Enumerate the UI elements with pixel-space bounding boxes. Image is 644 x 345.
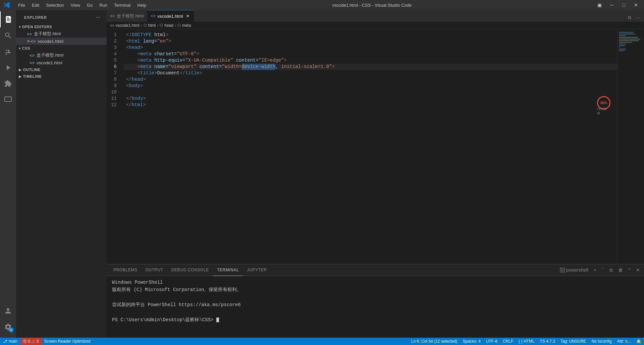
- extensions-activity-icon[interactable]: [0, 76, 16, 92]
- html-open: <: [126, 38, 129, 45]
- split-editor-btn[interactable]: ⧉: [627, 13, 633, 22]
- terminal-line-5: [112, 309, 639, 316]
- timeline-section-header[interactable]: ▶ TIMELINE: [16, 73, 107, 80]
- css-file-item-2[interactable]: <> vscode1.html: [16, 59, 107, 66]
- split-terminal-btn[interactable]: ⧉: [608, 266, 614, 274]
- maximize-button[interactable]: □: [619, 0, 629, 10]
- status-bar-right: Ln 6, Col 54 (12 selected) Spaces: 4 UTF…: [409, 338, 644, 345]
- source-control-activity-icon[interactable]: [0, 44, 16, 60]
- css-section-label: CSS: [22, 46, 30, 50]
- tsconfig-item[interactable]: No tsconfig: [589, 338, 614, 345]
- language-mode-item[interactable]: { } HTML: [516, 338, 537, 345]
- line-ending-item[interactable]: CRLF: [500, 338, 516, 345]
- screen-reader-item[interactable]: Screen Reader Optimized: [41, 338, 93, 345]
- open-editor-item-1[interactable]: <> 盒子模型.html: [16, 30, 107, 38]
- code-line-2: <html lang="en">: [123, 38, 617, 45]
- accounts-activity-icon[interactable]: [0, 303, 16, 319]
- menu-edit[interactable]: Edit: [29, 2, 42, 8]
- editor-container: 1 2 3 4 5 6 7 8 9 10 11 12 <!DOCTYPE h: [107, 29, 644, 264]
- git-status-item[interactable]: ⎇ main: [0, 338, 20, 345]
- breadcrumb-head[interactable]: ⬡ head: [160, 23, 173, 28]
- panel-tab-terminal[interactable]: TERMINAL: [213, 264, 243, 276]
- breadcrumb-meta[interactable]: ⬡ meta: [177, 23, 191, 28]
- cursor-position-label: Ln 6, Col 54 (12 selected): [411, 339, 457, 344]
- search-activity-icon[interactable]: [0, 27, 16, 44]
- encoding-item[interactable]: UTF-8: [483, 338, 500, 345]
- attr-status-label: Attr: k...: [617, 339, 631, 344]
- editor-area: <> 盒子模型.html <> vscode1.html ✕ ⧉ ⋯ <> vs…: [107, 10, 644, 338]
- breadcrumb-file[interactable]: <> vscode1.html: [110, 23, 140, 28]
- remote-explorer-activity-icon[interactable]: [0, 92, 16, 108]
- new-file-icon[interactable]: ⋯: [95, 14, 101, 21]
- menu-selection[interactable]: Selection: [43, 2, 66, 8]
- ts-version-item[interactable]: TS 4.7.3: [537, 338, 558, 345]
- panel-tab-debug-console[interactable]: DEBUG CONSOLE: [167, 264, 213, 276]
- ln-9: 9: [107, 83, 120, 89]
- notification-bell-item[interactable]: 🔔: [634, 338, 644, 345]
- add-terminal-btn[interactable]: +: [592, 266, 598, 274]
- outline-label: OUTLINE: [23, 68, 41, 72]
- powershell-label[interactable]: ⬛ powershell: [558, 266, 590, 274]
- outline-section-header[interactable]: ▶ OUTLINE: [16, 66, 107, 73]
- menu-file[interactable]: File: [15, 2, 28, 8]
- attr-status-item[interactable]: Attr: k...: [614, 338, 634, 345]
- more-actions-btn[interactable]: ⋯: [634, 14, 641, 22]
- tab-close-1[interactable]: ✕: [185, 13, 191, 19]
- open-editor-item-2[interactable]: ✕ <> vscode1.html: [16, 38, 107, 45]
- tab-1[interactable]: <> vscode1.html ✕: [147, 10, 194, 22]
- mini-l1: [619, 32, 633, 33]
- terminal-chevron[interactable]: ˅: [600, 266, 605, 274]
- breadcrumb-meta-icon: ⬡: [177, 23, 181, 27]
- breadcrumb-html-label: html: [148, 23, 156, 28]
- css-file-item-1[interactable]: <> 盒子模型.html: [16, 52, 107, 59]
- panel-tab-output[interactable]: OUTPUT: [142, 264, 167, 276]
- kill-terminal-btn[interactable]: 🗑: [617, 266, 624, 274]
- panel-tab-jupyter[interactable]: JUPYTER: [243, 264, 271, 276]
- breadcrumb-html[interactable]: ⬡ html: [144, 23, 156, 28]
- breadcrumb-meta-label: meta: [182, 23, 191, 28]
- ln-2: 2: [107, 38, 120, 45]
- lang-val: "en": [157, 38, 168, 45]
- main-layout: 1 EXPLORER ⋯ ▾ OPEN EDITORS <> 盒子模型.html…: [0, 10, 644, 338]
- menu-terminal[interactable]: Terminal: [111, 2, 133, 8]
- minimize-button[interactable]: ─: [607, 0, 616, 10]
- code-content[interactable]: <!DOCTYPE html> <html lang="en"> <head> …: [123, 29, 617, 264]
- title-bar-left: File Edit Selection View Go Run Terminal…: [3, 2, 149, 8]
- menu-view[interactable]: View: [68, 2, 83, 8]
- layout-toggle-btn[interactable]: ▣: [595, 0, 604, 10]
- menu-run[interactable]: Run: [97, 2, 110, 8]
- tag-status-item[interactable]: Tag: UNSURE: [558, 338, 589, 345]
- css-section-header[interactable]: ▾ CSS: [16, 45, 107, 52]
- close-button[interactable]: ✕: [631, 0, 641, 10]
- code-line-8: </head>: [123, 76, 617, 83]
- vscode-logo: [3, 2, 10, 8]
- open-editors-section[interactable]: ▾ OPEN EDITORS: [16, 23, 107, 30]
- mini-l12: [619, 50, 625, 51]
- activity-bar-bottom: 1: [0, 303, 16, 338]
- code-editor[interactable]: 1 2 3 4 5 6 7 8 9 10 11 12 <!DOCTYPE h: [107, 29, 644, 264]
- indentation-label: Spaces: 4: [463, 339, 481, 344]
- explorer-activity-icon[interactable]: [0, 11, 16, 27]
- tab-0[interactable]: <> 盒子模型.html: [107, 10, 147, 22]
- line-numbers: 1 2 3 4 5 6 7 8 9 10 11 12: [107, 29, 123, 264]
- terminal-line-2: 版权所有 (C) Microsoft Corporation。保留所有权利。: [112, 286, 639, 293]
- panel-tab-actions: ⬛ powershell + ˅ ⧉ 🗑 ^ ✕: [558, 266, 641, 274]
- menu-go[interactable]: Go: [84, 2, 95, 8]
- open-editor-filename-2: vscode1.html: [38, 39, 63, 44]
- settings-activity-icon[interactable]: 1: [0, 319, 16, 335]
- panel-tab-problems[interactable]: PROBLEMS: [109, 264, 142, 276]
- terminal-content[interactable]: Windows PowerShell 版权所有 (C) Microsoft Co…: [107, 276, 644, 338]
- sidebar: EXPLORER ⋯ ▾ OPEN EDITORS <> 盒子模型.html ✕…: [16, 10, 107, 338]
- breadcrumb-file-label: vscode1.html: [116, 23, 140, 28]
- ln-10: 10: [107, 89, 120, 95]
- indentation-item[interactable]: Spaces: 4: [460, 338, 483, 345]
- maximize-panel-btn[interactable]: ^: [627, 266, 632, 274]
- css-section-files: <> 盒子模型.html <> vscode1.html: [16, 52, 107, 66]
- mini-l7: [619, 42, 632, 43]
- menu-help[interactable]: Help: [135, 2, 149, 8]
- run-debug-activity-icon[interactable]: [0, 60, 16, 76]
- close-panel-btn[interactable]: ✕: [635, 266, 641, 274]
- errors-item[interactable]: ⓪ 0 △ 0: [20, 338, 41, 345]
- cursor-position-item[interactable]: Ln 6, Col 54 (12 selected): [409, 338, 460, 345]
- tabs-bar: <> 盒子模型.html <> vscode1.html ✕ ⧉ ⋯: [107, 10, 644, 22]
